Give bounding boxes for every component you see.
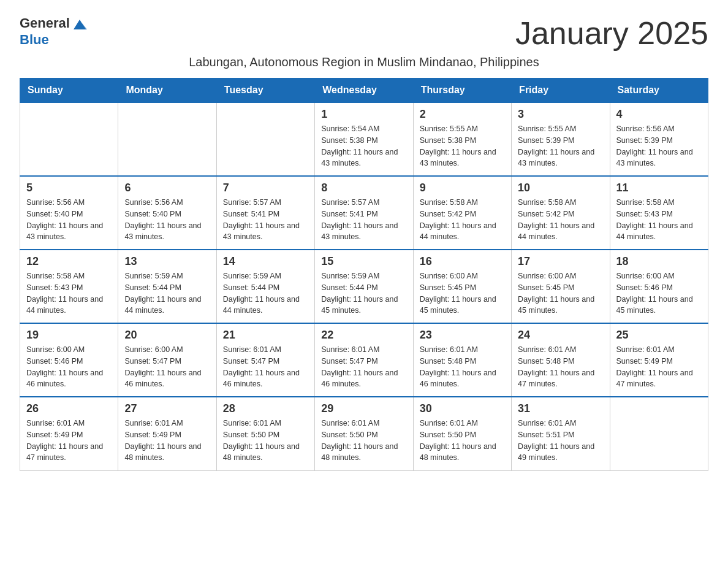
calendar-cell: 15Sunrise: 5:59 AM Sunset: 5:44 PM Dayli…: [315, 250, 413, 323]
calendar-cell: 2Sunrise: 5:55 AM Sunset: 5:38 PM Daylig…: [413, 102, 511, 176]
day-info: Sunrise: 6:01 AM Sunset: 5:50 PM Dayligh…: [420, 418, 505, 464]
day-number: 22: [321, 329, 406, 342]
day-info: Sunrise: 6:01 AM Sunset: 5:51 PM Dayligh…: [518, 418, 603, 464]
day-number: 11: [616, 182, 702, 194]
calendar-cell: [20, 102, 118, 176]
logo-general-text: General: [20, 15, 70, 31]
day-number: 16: [420, 255, 505, 268]
calendar-cell: 27Sunrise: 6:01 AM Sunset: 5:49 PM Dayli…: [118, 397, 216, 470]
day-info: Sunrise: 6:01 AM Sunset: 5:49 PM Dayligh…: [124, 418, 210, 464]
day-info: Sunrise: 6:01 AM Sunset: 5:48 PM Dayligh…: [518, 344, 603, 390]
day-info: Sunrise: 6:01 AM Sunset: 5:48 PM Dayligh…: [420, 344, 505, 390]
week-row-5: 26Sunrise: 6:01 AM Sunset: 5:49 PM Dayli…: [20, 397, 708, 470]
day-info: Sunrise: 6:00 AM Sunset: 5:45 PM Dayligh…: [420, 270, 505, 316]
calendar-cell: [610, 397, 708, 470]
day-info: Sunrise: 6:00 AM Sunset: 5:46 PM Dayligh…: [26, 344, 112, 390]
day-info: Sunrise: 5:59 AM Sunset: 5:44 PM Dayligh…: [124, 270, 210, 316]
day-info: Sunrise: 5:58 AM Sunset: 5:42 PM Dayligh…: [518, 197, 603, 243]
header-row: SundayMondayTuesdayWednesdayThursdayFrid…: [20, 79, 708, 103]
calendar-cell: 22Sunrise: 6:01 AM Sunset: 5:47 PM Dayli…: [315, 323, 413, 397]
calendar-header: SundayMondayTuesdayWednesdayThursdayFrid…: [20, 79, 708, 103]
week-row-1: 1Sunrise: 5:54 AM Sunset: 5:38 PM Daylig…: [20, 102, 708, 176]
logo-blue-text: Blue: [20, 32, 88, 48]
day-info: Sunrise: 5:56 AM Sunset: 5:39 PM Dayligh…: [616, 123, 702, 169]
day-info: Sunrise: 6:00 AM Sunset: 5:46 PM Dayligh…: [616, 270, 702, 316]
day-info: Sunrise: 6:00 AM Sunset: 5:45 PM Dayligh…: [518, 270, 603, 316]
calendar-table: SundayMondayTuesdayWednesdayThursdayFrid…: [20, 78, 708, 471]
day-number: 26: [26, 402, 112, 415]
week-row-3: 12Sunrise: 5:58 AM Sunset: 5:43 PM Dayli…: [20, 250, 708, 323]
day-number: 1: [321, 108, 406, 121]
column-header-tuesday: Tuesday: [216, 79, 314, 103]
day-info: Sunrise: 6:01 AM Sunset: 5:49 PM Dayligh…: [26, 418, 112, 464]
calendar-cell: 21Sunrise: 6:01 AM Sunset: 5:47 PM Dayli…: [216, 323, 314, 397]
day-info: Sunrise: 5:56 AM Sunset: 5:40 PM Dayligh…: [124, 197, 210, 243]
calendar-cell: 7Sunrise: 5:57 AM Sunset: 5:41 PM Daylig…: [216, 176, 314, 250]
calendar-body: 1Sunrise: 5:54 AM Sunset: 5:38 PM Daylig…: [20, 102, 708, 470]
day-info: Sunrise: 5:55 AM Sunset: 5:39 PM Dayligh…: [518, 123, 603, 169]
calendar-cell: 29Sunrise: 6:01 AM Sunset: 5:50 PM Dayli…: [315, 397, 413, 470]
calendar-cell: 25Sunrise: 6:01 AM Sunset: 5:49 PM Dayli…: [610, 323, 708, 397]
day-info: Sunrise: 6:00 AM Sunset: 5:47 PM Dayligh…: [124, 344, 210, 390]
day-number: 30: [420, 402, 505, 415]
day-number: 2: [420, 108, 505, 121]
column-header-thursday: Thursday: [413, 79, 511, 103]
day-number: 12: [26, 255, 112, 268]
calendar-cell: 20Sunrise: 6:00 AM Sunset: 5:47 PM Dayli…: [118, 323, 216, 397]
day-number: 10: [518, 182, 603, 194]
day-number: 23: [420, 329, 505, 342]
month-title: January 2025: [515, 15, 708, 52]
day-number: 29: [321, 402, 406, 415]
page-header: General Blue January 2025: [20, 15, 708, 52]
day-number: 15: [321, 255, 406, 268]
day-info: Sunrise: 6:01 AM Sunset: 5:47 PM Dayligh…: [321, 344, 406, 390]
logo: General Blue: [20, 15, 88, 48]
day-number: 21: [223, 329, 308, 342]
day-number: 27: [124, 402, 210, 415]
day-number: 6: [124, 182, 210, 194]
day-info: Sunrise: 5:58 AM Sunset: 5:43 PM Dayligh…: [26, 270, 112, 316]
day-number: 20: [124, 329, 210, 342]
column-header-saturday: Saturday: [610, 79, 708, 103]
column-header-monday: Monday: [118, 79, 216, 103]
day-info: Sunrise: 5:58 AM Sunset: 5:43 PM Dayligh…: [616, 197, 702, 243]
day-number: 7: [223, 182, 308, 194]
day-info: Sunrise: 6:01 AM Sunset: 5:50 PM Dayligh…: [321, 418, 406, 464]
calendar-cell: 18Sunrise: 6:00 AM Sunset: 5:46 PM Dayli…: [610, 250, 708, 323]
day-number: 24: [518, 329, 603, 342]
day-number: 31: [518, 402, 603, 415]
subtitle: Labungan, Autonomous Region in Muslim Mi…: [20, 55, 708, 69]
calendar-cell: 23Sunrise: 6:01 AM Sunset: 5:48 PM Dayli…: [413, 323, 511, 397]
day-number: 3: [518, 108, 603, 121]
calendar-cell: 31Sunrise: 6:01 AM Sunset: 5:51 PM Dayli…: [512, 397, 610, 470]
day-number: 18: [616, 255, 702, 268]
day-info: Sunrise: 5:55 AM Sunset: 5:38 PM Dayligh…: [420, 123, 505, 169]
day-info: Sunrise: 5:56 AM Sunset: 5:40 PM Dayligh…: [26, 197, 112, 243]
calendar-cell: 14Sunrise: 5:59 AM Sunset: 5:44 PM Dayli…: [216, 250, 314, 323]
calendar-cell: 6Sunrise: 5:56 AM Sunset: 5:40 PM Daylig…: [118, 176, 216, 250]
calendar-cell: 13Sunrise: 5:59 AM Sunset: 5:44 PM Dayli…: [118, 250, 216, 323]
calendar-cell: 26Sunrise: 6:01 AM Sunset: 5:49 PM Dayli…: [20, 397, 118, 470]
day-info: Sunrise: 5:59 AM Sunset: 5:44 PM Dayligh…: [321, 270, 406, 316]
calendar-cell: 12Sunrise: 5:58 AM Sunset: 5:43 PM Dayli…: [20, 250, 118, 323]
calendar-cell: 24Sunrise: 6:01 AM Sunset: 5:48 PM Dayli…: [512, 323, 610, 397]
calendar-cell: 8Sunrise: 5:57 AM Sunset: 5:41 PM Daylig…: [315, 176, 413, 250]
day-number: 13: [124, 255, 210, 268]
column-header-sunday: Sunday: [20, 79, 118, 103]
day-number: 28: [223, 402, 308, 415]
day-info: Sunrise: 5:59 AM Sunset: 5:44 PM Dayligh…: [223, 270, 308, 316]
day-info: Sunrise: 5:54 AM Sunset: 5:38 PM Dayligh…: [321, 123, 406, 169]
day-number: 19: [26, 329, 112, 342]
day-number: 25: [616, 329, 702, 342]
calendar-cell: 1Sunrise: 5:54 AM Sunset: 5:38 PM Daylig…: [315, 102, 413, 176]
column-header-wednesday: Wednesday: [315, 79, 413, 103]
day-number: 5: [26, 182, 112, 194]
calendar-cell: 10Sunrise: 5:58 AM Sunset: 5:42 PM Dayli…: [512, 176, 610, 250]
day-info: Sunrise: 5:58 AM Sunset: 5:42 PM Dayligh…: [420, 197, 505, 243]
calendar-cell: 5Sunrise: 5:56 AM Sunset: 5:40 PM Daylig…: [20, 176, 118, 250]
day-number: 17: [518, 255, 603, 268]
day-number: 8: [321, 182, 406, 194]
calendar-cell: 9Sunrise: 5:58 AM Sunset: 5:42 PM Daylig…: [413, 176, 511, 250]
calendar-cell: 19Sunrise: 6:00 AM Sunset: 5:46 PM Dayli…: [20, 323, 118, 397]
day-info: Sunrise: 6:01 AM Sunset: 5:50 PM Dayligh…: [223, 418, 308, 464]
